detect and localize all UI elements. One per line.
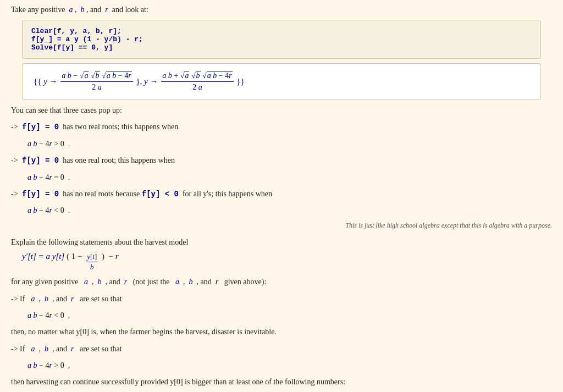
- if2-b: b: [45, 345, 48, 353]
- case-3-condition: a b − 4r < 0 .: [27, 205, 552, 217]
- case-1-condition: a b − 4r > 0 .: [27, 138, 552, 150]
- case-2-condition: a b − 4r = 0 .: [27, 172, 552, 184]
- intro-vars: a: [69, 5, 73, 14]
- arrow-2: ->: [11, 156, 18, 164]
- intro-var-b: b: [81, 5, 85, 14]
- harvest-section-intro: Explain the following statements about t…: [11, 236, 552, 249]
- if-arrow-1: -> If: [11, 295, 25, 303]
- if1-a: a: [31, 295, 35, 303]
- close-brace-1: },: [134, 77, 144, 86]
- code-block-1: Clear[f, y, a, b, r]; f[y_] = a y (1 - y…: [22, 20, 541, 59]
- yt-paren-open: (: [67, 252, 69, 261]
- if1-r: r: [71, 295, 74, 303]
- yt-r: r: [115, 252, 119, 261]
- case-3-code: f[y] = 0: [22, 190, 59, 198]
- fag-b2: b: [189, 278, 193, 286]
- yt-lhs: y′[t] = a y[t]: [22, 252, 67, 261]
- y-arrow-2: y →: [144, 77, 160, 86]
- math-result-1: {{ y → a b − √a √b √a b − 4r 2 a }, y → …: [22, 63, 541, 100]
- case-1-code: f[y] = 0: [22, 123, 59, 131]
- case-3: -> f[y] = 0 has no real roots because f[…: [11, 188, 552, 200]
- case-2-code: f[y] = 0: [22, 156, 59, 165]
- fraction-2-denom: 2 a: [191, 82, 203, 92]
- yt-paren-close: ): [102, 252, 104, 261]
- y-arrow-1: y →: [41, 77, 59, 86]
- fraction-1-denom: 2 a: [91, 82, 103, 92]
- fraction-1-numer: a b − √a √b √a b − 4r: [60, 71, 133, 82]
- cases-intro: You can see that three cases pop up:: [11, 104, 552, 117]
- for-any-given: for any given positive a , b , and r (no…: [11, 276, 552, 288]
- if2-a: a: [31, 345, 35, 353]
- code-line-1: Clear[f, y, a, b, r];: [31, 27, 532, 35]
- code-line-2: f[y_] = a y (1 - y/b) - r;: [31, 35, 532, 43]
- close-brace-2: }}: [235, 77, 245, 86]
- if1-b: b: [45, 295, 48, 303]
- fag-a2: a: [175, 278, 179, 286]
- if-case-1: -> If a , b , and r are set so that: [11, 293, 552, 305]
- fag-b: b: [97, 278, 101, 286]
- yt-frac: y[t] b: [86, 252, 98, 272]
- case-3-code2: f[y] < 0: [142, 190, 179, 198]
- code-line-3: Solve[f[y] == 0, y]: [31, 43, 532, 52]
- yt-frac-denom: b: [89, 262, 95, 272]
- if2-condition: a b − 4r > 0 ,: [27, 360, 552, 372]
- intro-text: Take any positive a , b , and r and look…: [11, 5, 552, 14]
- intro-var-r: r: [105, 5, 108, 14]
- yt-frac-numer: y[t]: [86, 252, 98, 262]
- if1-consequence: then, no matter what y[0] is, when the f…: [11, 326, 552, 338]
- fag-r: r: [124, 278, 127, 286]
- if1-condition: a b − 4r < 0 ,: [27, 310, 552, 322]
- arrow-3: ->: [11, 190, 18, 198]
- open-brace: {{: [34, 77, 41, 86]
- fag-a: a: [84, 278, 88, 286]
- yt-equation: y′[t] = a y[t] ( 1 − y[t] b ) − r: [22, 252, 552, 272]
- case-2: -> f[y] = 0 has one real root; this happ…: [11, 154, 552, 167]
- if2-consequence: then harvesting can continue successfull…: [11, 376, 552, 388]
- italic-comment: This is just like high school algebra ex…: [11, 222, 552, 230]
- fraction-1: a b − √a √b √a b − 4r 2 a: [60, 71, 133, 92]
- fraction-2-numer: a b + √a √b √a b − 4r: [161, 71, 233, 82]
- fag-r2: r: [216, 278, 218, 286]
- if2-r: r: [71, 345, 74, 353]
- if-arrow-2: -> If: [11, 345, 25, 353]
- if-case-2: -> If a , b , and r are set so that: [11, 343, 552, 355]
- fraction-2: a b + √a √b √a b − 4r 2 a: [161, 71, 233, 92]
- case-1: -> f[y] = 0 has two real roots; this hap…: [11, 121, 552, 133]
- page: Take any positive a , b , and r and look…: [11, 5, 552, 392]
- arrow-1: ->: [11, 123, 18, 131]
